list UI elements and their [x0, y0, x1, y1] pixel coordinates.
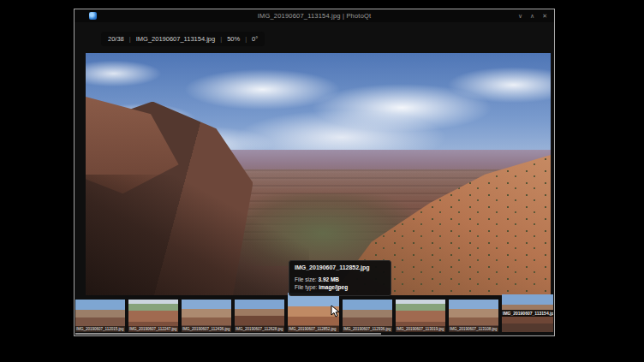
- separator: |: [245, 35, 247, 43]
- separator: |: [220, 35, 222, 43]
- tooltip-filename: IMG_20190607_112852.jpg: [295, 264, 385, 270]
- main-image[interactable]: [86, 53, 551, 295]
- zoom-level: 50%: [227, 35, 240, 43]
- thumbnail[interactable]: IMG_20190607_113154.jpg: [502, 294, 553, 332]
- thumbnail[interactable]: IMG_20190607_113019.jpg: [396, 300, 445, 332]
- rotation-angle: 0°: [252, 35, 258, 43]
- tooltip-filetype: File type: image/jpeg: [295, 283, 385, 291]
- thumbnail-filename: IMG_20190607_112015.jpg: [75, 326, 125, 332]
- image-info-bar[interactable]: 20/38 | IMG_20190607_113154.jpg | 50% | …: [101, 32, 265, 46]
- image-position-counter: 20/38: [108, 35, 124, 43]
- desktop-background: IMG_20190607_113154.jpg | PhotoQt ∨ ∧ ✕ …: [0, 0, 644, 362]
- maximize-button[interactable]: ∧: [530, 9, 534, 22]
- photoqt-window: IMG_20190607_113154.jpg | PhotoQt ∨ ∧ ✕ …: [74, 9, 555, 336]
- minimize-button[interactable]: ∨: [518, 9, 522, 22]
- current-filename: IMG_20190607_113154.jpg: [136, 35, 215, 43]
- close-button[interactable]: ✕: [542, 9, 547, 22]
- tooltip-filesize: File size: 3.92 MB: [295, 276, 385, 283]
- separator: |: [129, 35, 131, 43]
- thumbnail[interactable]: IMG_20190607_113108.jpg: [449, 300, 498, 332]
- thumbnail-filename: IMG_20190607_112436.jpg: [182, 326, 231, 332]
- thumbnail-filename: IMG_20190607_113019.jpg: [396, 326, 445, 332]
- thumbnail-filename: IMG_20190607_112852.jpg: [288, 326, 339, 332]
- thumbnail-filename: IMG_20190607_112936.jpg: [343, 326, 392, 332]
- thumbnail-tooltip: IMG_20190607_112852.jpg File size: 3.92 …: [289, 260, 391, 296]
- thumbnail-filename: IMG_20190607_112628.jpg: [235, 326, 284, 332]
- thumbnail[interactable]: IMG_20190607_112936.jpg: [343, 300, 392, 332]
- thumbnail[interactable]: IMG_20190607_112247.jpg: [128, 300, 178, 332]
- thumbnail[interactable]: IMG_20190607_112015.jpg: [75, 300, 125, 332]
- window-title: IMG_20190607_113154.jpg | PhotoQt: [75, 12, 554, 20]
- window-controls: ∨ ∧ ✕: [518, 9, 547, 22]
- photo-shadow: [86, 175, 309, 296]
- titlebar[interactable]: IMG_20190607_113154.jpg | PhotoQt ∨ ∧ ✕: [75, 9, 554, 22]
- thumbnail-filename: IMG_20190607_113154.jpg: [502, 310, 553, 317]
- thumbnail-filename: IMG_20190607_112247.jpg: [128, 326, 178, 332]
- thumbnail[interactable]: IMG_20190607_112628.jpg: [235, 300, 284, 332]
- filmstrip-scrollbar[interactable]: [75, 333, 381, 335]
- thumbnail[interactable]: IMG_20190607_112852.jpg: [288, 293, 339, 332]
- thumbnail-filename: IMG_20190607_113108.jpg: [449, 326, 498, 332]
- thumbnail[interactable]: IMG_20190607_112436.jpg: [182, 300, 231, 332]
